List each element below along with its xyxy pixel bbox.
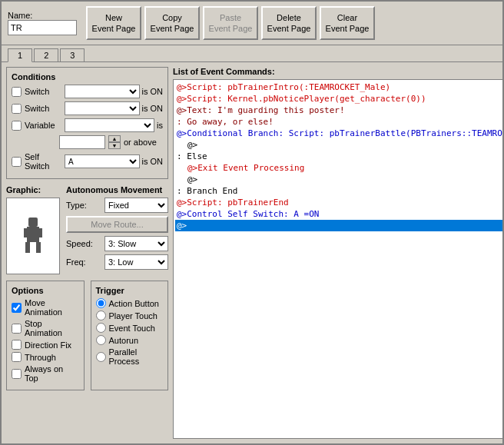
variable-checkbox[interactable]: [12, 121, 22, 131]
graphic-preview[interactable]: [6, 198, 60, 274]
trigger-action-radio[interactable]: [96, 298, 106, 308]
right-panel: List of Event Commands: @>Script: pbTrai…: [173, 67, 502, 439]
spin-up-button[interactable]: ▲: [108, 135, 121, 142]
freq-select[interactable]: 1: Lowest 2: Lower 3: Low 4: Normal 5: H…: [104, 254, 168, 270]
event-line[interactable]: : Else: [175, 151, 502, 162]
event-line[interactable]: @>Exit Event Processing: [175, 162, 502, 174]
graphic-title: Graphic:: [6, 185, 60, 194]
freq-label: Freq:: [66, 257, 100, 267]
condition-switch2-row: Switch is ON: [12, 101, 163, 115]
paste-event-page-button[interactable]: PasteEvent Page: [203, 6, 258, 40]
switch1-select[interactable]: [65, 85, 140, 98]
content-area: Conditions Switch is ON Switch: [2, 61, 502, 443]
opt-stop-animation: Stop Animation: [12, 319, 79, 337]
event-line[interactable]: @>Script: Kernel.pbNoticePlayer(get_char…: [175, 93, 502, 105]
trigger-autorun-label: Autorun: [109, 336, 139, 345]
spin-down-button[interactable]: ▼: [108, 142, 121, 149]
spin-buttons: ▲ ▼: [108, 135, 121, 149]
svg-rect-4: [24, 228, 28, 237]
event-line[interactable]: @>: [175, 174, 502, 185]
variable-is: is: [157, 121, 163, 130]
always-on-top-label: Always on Top: [25, 364, 79, 383]
trigger-player-label: Player Touch: [109, 311, 158, 320]
event-line[interactable]: @>Control Self Switch: A =ON: [175, 208, 502, 220]
conditions-title: Conditions: [12, 72, 163, 81]
tab-2[interactable]: 2: [34, 48, 58, 61]
type-select[interactable]: Fixed Random Approach Custom: [104, 198, 168, 213]
through-checkbox[interactable]: [12, 352, 22, 362]
tab-1[interactable]: 1: [8, 48, 32, 62]
move-route-button[interactable]: Move Route...: [66, 216, 168, 233]
event-line[interactable]: @>Conditional Branch: Script: pbTrainerB…: [175, 128, 502, 139]
switch1-checkbox[interactable]: [12, 87, 22, 97]
svg-rect-0: [28, 218, 38, 227]
tab-3[interactable]: 3: [60, 48, 85, 61]
selfswitch-select-wrap: A B C D is ON: [65, 154, 163, 168]
direction-fix-label: Direction Fix: [25, 340, 71, 350]
variable-select-wrap: is: [65, 118, 163, 132]
stop-animation-label: Stop Animation: [25, 319, 79, 337]
type-label: Type:: [66, 201, 100, 210]
toolbar: Name: NewEvent Page CopyEvent Page Paste…: [2, 2, 502, 45]
switch1-select-wrap: is ON: [65, 85, 163, 98]
or-above-row: ▲ ▼ or above: [59, 135, 163, 149]
event-line[interactable]: : Go away, or else!: [175, 116, 502, 128]
move-animation-label: Move Animation: [25, 298, 79, 317]
or-above-input[interactable]: [59, 135, 105, 149]
options-group: Options Move Animation Stop Animation Di…: [6, 281, 85, 390]
stop-animation-checkbox[interactable]: [12, 324, 22, 334]
switch2-ison: is ON: [142, 104, 164, 113]
event-line[interactable]: : Branch End: [175, 185, 502, 197]
svg-rect-2: [25, 242, 30, 253]
variable-select[interactable]: [65, 118, 154, 132]
trigger-player-radio[interactable]: [96, 311, 106, 320]
switch2-label: Switch: [25, 104, 61, 113]
speed-label: Speed:: [66, 239, 100, 248]
delete-event-page-button[interactable]: DeleteEvent Page: [261, 6, 317, 40]
trigger-event-radio[interactable]: [96, 323, 106, 333]
switch2-select[interactable]: [65, 101, 140, 115]
freq-row: Freq: 1: Lowest 2: Lower 3: Low 4: Norma…: [66, 254, 168, 270]
clear-event-page-button[interactable]: ClearEvent Page: [320, 6, 375, 40]
condition-selfswitch-row: SelfSwitch A B C D is ON: [12, 152, 163, 171]
graphic-group: Graphic:: [6, 185, 60, 274]
main-window: Name: NewEvent Page CopyEvent Page Paste…: [0, 0, 504, 445]
selfswitch-ison: is ON: [142, 157, 164, 166]
graphic-area: Graphic: Autonomous M: [6, 185, 168, 274]
new-event-page-button[interactable]: NewEvent Page: [86, 6, 141, 40]
trigger-action-button: Action Button: [96, 298, 164, 308]
trigger-player-touch: Player Touch: [96, 311, 164, 320]
event-list[interactable]: @>Script: pbTrainerIntro(:TEAMROCKET_Mal…: [173, 79, 502, 439]
direction-fix-checkbox[interactable]: [12, 340, 22, 350]
name-group: Name:: [8, 11, 77, 35]
options-title: Options: [12, 286, 79, 295]
always-on-top-checkbox[interactable]: [12, 369, 22, 379]
event-line[interactable]: @>Text: I'm guarding this poster!: [175, 105, 502, 116]
trigger-parallel-label: Parallel Process: [109, 347, 164, 366]
svg-rect-5: [38, 228, 42, 237]
selfswitch-select[interactable]: A B C D: [65, 154, 140, 168]
copy-event-page-button[interactable]: CopyEvent Page: [144, 6, 200, 40]
event-line[interactable]: @>Script: pbTrainerIntro(:TEAMROCKET_Mal…: [175, 81, 502, 93]
name-input[interactable]: [8, 20, 77, 35]
trigger-autorun-radio[interactable]: [96, 335, 106, 345]
left-panel: Conditions Switch is ON Switch: [6, 67, 168, 439]
speed-select[interactable]: 1: x8 Slower 2: x4 Slower 3: Slow 4: Nor…: [104, 236, 168, 251]
sprite-svg: [21, 218, 45, 254]
autonomous-title: Autonomous Movement: [66, 185, 168, 194]
variable-label: Variable: [25, 121, 61, 130]
autonomous-group: Autonomous Movement Type: Fixed Random A…: [66, 185, 168, 274]
trigger-parallel-radio[interactable]: [96, 352, 106, 362]
move-animation-checkbox[interactable]: [12, 303, 22, 313]
opt-through: Through: [12, 352, 79, 362]
switch1-label: Switch: [25, 87, 61, 96]
switch2-checkbox[interactable]: [12, 104, 22, 114]
selfswitch-checkbox[interactable]: [12, 157, 22, 167]
conditions-group: Conditions Switch is ON Switch: [6, 67, 168, 179]
event-line[interactable]: @>: [175, 139, 502, 151]
event-line[interactable]: @>: [175, 220, 502, 231]
or-above-label: or above: [124, 138, 157, 147]
type-row: Type: Fixed Random Approach Custom: [66, 198, 168, 213]
event-line[interactable]: @>Script: pbTrainerEnd: [175, 197, 502, 208]
trigger-action-label: Action Button: [109, 299, 159, 308]
